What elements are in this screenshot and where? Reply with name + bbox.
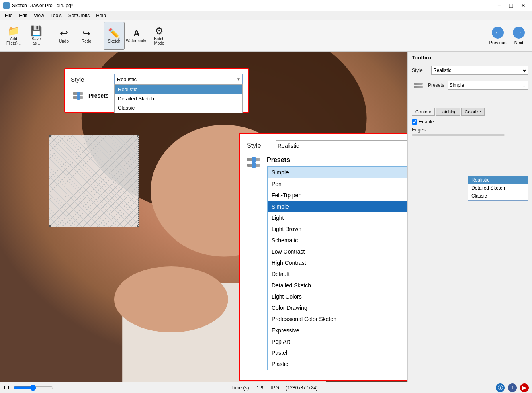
ld-item-detailed[interactable]: Detailed Sketch — [268, 280, 407, 291]
add-files-button[interactable]: 📁 AddFile(s)... — [3, 22, 24, 50]
preset-sliders-icon — [71, 88, 85, 103]
tb-contour-tab[interactable]: Contour — [412, 108, 435, 116]
pl-style-row: Style Realistic ▼ — [247, 140, 407, 151]
tb-sl-1 — [414, 83, 423, 85]
status-zoom: 1:1 — [3, 385, 10, 391]
batch-icon: ⚙ — [155, 26, 164, 36]
add-files-label: AddFile(s)... — [6, 37, 21, 45]
undo-button[interactable]: ↩ Undo — [53, 22, 74, 50]
ld-item-simple[interactable]: Simple — [268, 201, 407, 212]
resize-handle-tr[interactable] — [137, 135, 139, 137]
batch-mode-button[interactable]: ⚙ BatchMode — [149, 22, 170, 50]
youtube-icon-button[interactable]: ▶ — [520, 383, 529, 392]
close-button[interactable]: ✕ — [518, 0, 529, 11]
ld-item-light[interactable]: Light — [268, 212, 407, 223]
status-right: ⓘ f ▶ — [496, 383, 529, 392]
batch-label: BatchMode — [154, 37, 164, 45]
watermarks-button[interactable]: A Watermarks — [126, 22, 147, 50]
sketch-button[interactable]: ✏️ Sketch — [104, 22, 125, 50]
preset-slider-1 — [73, 92, 83, 95]
status-middle: Time (s): 1.9 JPG (1280x877x24) — [60, 385, 489, 391]
menu-help[interactable]: Help — [93, 12, 109, 19]
ld-item-pastel[interactable]: Pastel — [268, 347, 407, 358]
ld-item-low-contrast[interactable]: Low Contrast — [268, 246, 407, 257]
resize-handle-br[interactable] — [137, 225, 139, 227]
tb-dropdown-arrow: ⌄ — [522, 82, 526, 88]
ld-item-high-contrast[interactable]: High Contrast — [268, 257, 407, 268]
menu-tools[interactable]: Tools — [47, 12, 65, 19]
save-as-button[interactable]: 💾 Saveas... — [26, 22, 47, 50]
maximize-button[interactable]: □ — [505, 0, 517, 11]
style-value-small: Realistic — [117, 76, 137, 82]
tb-enable-checkbox[interactable] — [412, 119, 417, 125]
time-label: Time (s): — [231, 385, 250, 391]
tb-enable-label: Enable — [419, 119, 434, 125]
time-value: 1.9 — [257, 385, 264, 391]
redo-icon: ↪ — [82, 29, 90, 38]
save-label: Saveas... — [32, 37, 41, 45]
ld-item-plastic[interactable]: Plastic — [268, 358, 407, 370]
next-button[interactable]: → Next — [509, 22, 529, 50]
style-row: Style Realistic Realistic Detailed Sketc… — [71, 74, 243, 84]
pl-style-label: Style — [247, 142, 271, 149]
ld-item-expressive[interactable]: Expressive — [268, 325, 407, 336]
tb-hatching-tab[interactable]: Hatching — [436, 108, 460, 116]
resize-handle-bl[interactable] — [49, 225, 51, 227]
tb-preset-dropdown[interactable]: Simple ⌄ — [448, 81, 528, 90]
ld-item-schematic[interactable]: Schematic — [268, 235, 407, 246]
ld-item-default[interactable]: Default — [268, 268, 407, 280]
tb-dl-classic[interactable]: Classic — [468, 192, 528, 200]
pl-presets-content: Presets Simple ⌄ Pen Felt-Tip pen Simple… — [267, 156, 407, 370]
redo-button[interactable]: ↪ Redo — [76, 22, 97, 50]
canvas-area[interactable]: Style Realistic Realistic Detailed Sketc… — [0, 52, 407, 382]
ld-list: Pen Felt-Tip pen Simple Light Light Brow… — [268, 178, 407, 370]
tb-style-label: Style — [412, 68, 428, 73]
pl-slider-2 — [247, 164, 260, 167]
menu-edit[interactable]: Edit — [16, 12, 31, 19]
tb-edges-slider-row — [408, 133, 532, 137]
toolbar-sep-1 — [50, 24, 50, 48]
tb-preset-value: Simple — [450, 82, 464, 88]
style-option-detailed[interactable]: Detailed Sketch — [115, 94, 242, 103]
tb-style-select[interactable]: Realistic Detailed Sketch Classic — [431, 66, 528, 75]
style-dropdown-small[interactable]: Realistic — [114, 74, 243, 84]
zoom-value: 1:1 — [3, 385, 10, 391]
tb-edges-label: Edges — [408, 126, 532, 133]
style-option-classic[interactable]: Classic — [115, 103, 242, 113]
menu-view[interactable]: View — [31, 12, 47, 19]
tb-enable-row: Enable — [408, 117, 532, 126]
tb-dl-realistic[interactable]: Realistic — [468, 176, 528, 184]
toolbar-nav: ← Previous → Next — [488, 22, 529, 50]
toolbar-sep-2 — [100, 24, 100, 48]
menu-file[interactable]: File — [2, 12, 16, 19]
main-area: Style Realistic Realistic Detailed Sketc… — [0, 52, 532, 382]
undo-label: Undo — [59, 39, 69, 43]
zoom-slider[interactable] — [13, 385, 53, 391]
save-icon: 💾 — [30, 26, 42, 36]
ld-item-light-brown[interactable]: Light Brown — [268, 223, 407, 235]
title-bar-left: Sketch Drawer Pro - girl.jpg* — [3, 2, 73, 9]
ld-item-pop-art[interactable]: Pop Art — [268, 336, 407, 347]
presets-label-small: Presets — [88, 92, 109, 99]
menu-softorbits[interactable]: SoftOrbits — [65, 12, 93, 19]
resize-handle-tl[interactable] — [49, 135, 51, 137]
facebook-icon-button[interactable]: f — [508, 383, 517, 392]
ld-item-pen[interactable]: Pen — [268, 178, 407, 190]
ld-chevron-icon: ⌄ — [407, 169, 407, 176]
window-title: Sketch Drawer Pro - girl.jpg* — [12, 3, 73, 8]
ld-item-pro-color[interactable]: Professional Color Sketch — [268, 313, 407, 325]
style-option-realistic[interactable]: Realistic — [115, 85, 242, 94]
minimize-button[interactable]: − — [493, 0, 505, 11]
ld-item-color-drawing[interactable]: Color Drawing — [268, 302, 407, 313]
tb-colorize-tab[interactable]: Colorize — [461, 108, 485, 116]
ld-item-felt[interactable]: Felt-Tip pen — [268, 190, 407, 201]
sketch-overlay[interactable] — [49, 135, 139, 227]
tb-dl-detailed[interactable]: Detailed Sketch — [468, 184, 528, 192]
previous-button[interactable]: ← Previous — [488, 22, 508, 50]
next-label: Next — [514, 40, 524, 45]
ld-item-light-colors[interactable]: Light Colors — [268, 291, 407, 302]
pl-style-dropdown[interactable]: Realistic ▼ — [276, 140, 407, 151]
info-icon-button[interactable]: ⓘ — [496, 383, 505, 392]
tb-edges-slider[interactable] — [412, 134, 505, 136]
ld-header[interactable]: Simple ⌄ — [268, 167, 407, 178]
